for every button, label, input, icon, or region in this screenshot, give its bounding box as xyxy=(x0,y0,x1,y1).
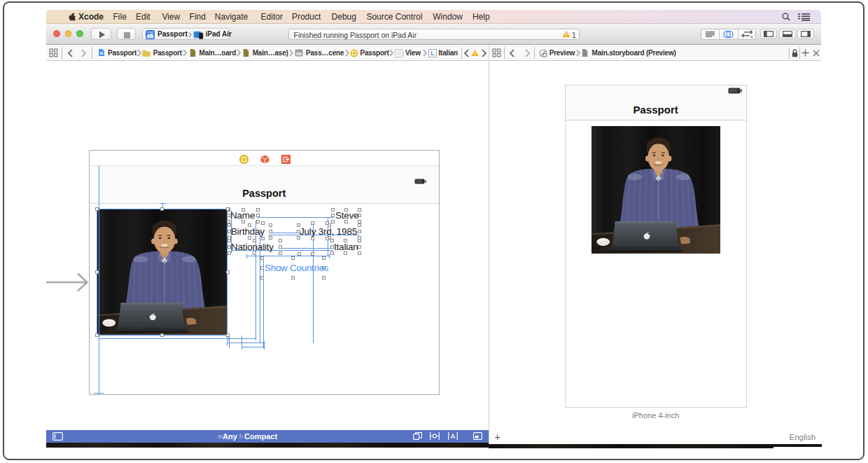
svg-text:L: L xyxy=(430,50,435,57)
